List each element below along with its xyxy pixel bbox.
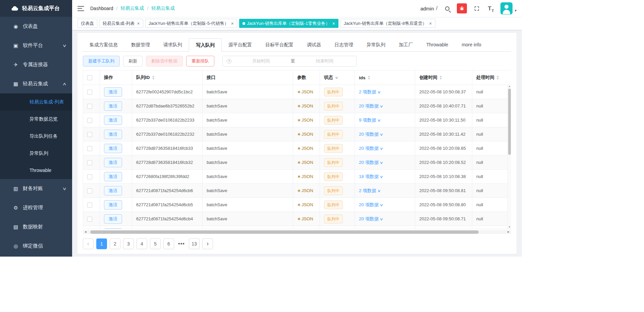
breadcrumb-item[interactable]: 轻易云集成 bbox=[120, 5, 144, 11]
close-icon[interactable]: × bbox=[332, 21, 335, 26]
end-time-placeholder[interactable]: 结束时间 bbox=[297, 58, 353, 64]
row-checkbox[interactable] bbox=[87, 146, 92, 151]
tab-chip[interactable]: JackYun-销售出库单（定制版-8售后退货）× bbox=[340, 19, 435, 28]
row-checkbox[interactable] bbox=[87, 104, 92, 109]
ids-expand-link[interactable]: 20 项数据∨ bbox=[359, 103, 383, 108]
ids-expand-link[interactable]: 20 项数据∨ bbox=[359, 132, 383, 137]
json-params-link[interactable]: ∗JSON bbox=[297, 188, 313, 193]
sidebar-subitem-abnormal-data-overview[interactable]: 异常数据总览 bbox=[0, 110, 72, 128]
sidebar-subitem-export-queue-tasks[interactable]: 导出队列任务 bbox=[0, 128, 72, 145]
refresh-button[interactable]: 刷新 bbox=[123, 56, 143, 66]
panel-tab[interactable]: 目标平台配置 bbox=[259, 38, 300, 51]
sidebar-item-connector[interactable]: ✈专属连接器 bbox=[0, 55, 72, 74]
menu-collapse-icon[interactable] bbox=[77, 6, 84, 11]
panel-tab[interactable]: 异常队列 bbox=[360, 38, 392, 51]
activate-button[interactable]: 激活 bbox=[104, 144, 122, 153]
panel-tab[interactable]: 集成方案信息 bbox=[83, 38, 124, 51]
select-all-checkbox[interactable] bbox=[87, 75, 92, 80]
ids-expand-link[interactable]: 20 项数据∨ bbox=[359, 202, 383, 207]
row-checkbox[interactable] bbox=[87, 160, 92, 165]
activate-button[interactable]: 激活 bbox=[104, 172, 122, 181]
page-button-13[interactable]: 13 bbox=[189, 238, 200, 249]
row-checkbox[interactable] bbox=[87, 118, 92, 123]
activate-button[interactable]: 激活 bbox=[104, 200, 122, 210]
panel-tab[interactable]: 日志管理 bbox=[328, 38, 360, 51]
sort-icon[interactable]: ▲▼ bbox=[439, 75, 442, 80]
sort-icon[interactable]: ▲▼ bbox=[152, 75, 155, 80]
scroll-down-arrow-icon[interactable]: ▼ bbox=[508, 225, 511, 229]
fullscreen-icon[interactable] bbox=[472, 4, 481, 13]
row-checkbox[interactable] bbox=[87, 132, 92, 137]
json-params-link[interactable]: ∗JSON bbox=[297, 216, 313, 221]
json-params-link[interactable]: ∗JSON bbox=[297, 160, 313, 165]
sidebar-subitem-abnormal-queue[interactable]: 异常队列 bbox=[0, 145, 72, 162]
json-params-link[interactable]: ∗JSON bbox=[297, 174, 313, 179]
activate-button[interactable]: 激活 bbox=[104, 130, 122, 139]
activate-button[interactable]: 激活 bbox=[104, 101, 122, 111]
horizontal-scroll-thumb[interactable] bbox=[90, 230, 479, 234]
start-time-placeholder[interactable]: 开始时间 bbox=[233, 58, 289, 64]
json-params-link[interactable]: ∗JSON bbox=[297, 103, 313, 108]
sidebar-item-software-platform[interactable]: ▣软件平台∨ bbox=[0, 36, 72, 55]
page-button-3[interactable]: 3 bbox=[123, 238, 134, 249]
json-params-link[interactable]: ∗JSON bbox=[297, 202, 313, 207]
sidebar-item-data-mapping[interactable]: ▧数据映射 bbox=[0, 217, 72, 236]
page-button-5[interactable]: 5 bbox=[150, 238, 161, 249]
filter-caret-icon[interactable]: ∨ bbox=[334, 76, 339, 80]
sort-icon[interactable]: ▲▼ bbox=[496, 75, 499, 80]
activate-button[interactable]: 激活 bbox=[104, 87, 122, 97]
page-button-2[interactable]: 2 bbox=[110, 238, 120, 249]
activate-button[interactable]: 激活 bbox=[104, 214, 122, 224]
row-checkbox[interactable] bbox=[87, 174, 92, 179]
json-params-link[interactable]: ∗JSON bbox=[297, 132, 313, 137]
prev-page-button[interactable]: ‹ bbox=[83, 238, 94, 249]
row-checkbox[interactable] bbox=[87, 90, 92, 95]
close-icon[interactable]: × bbox=[429, 21, 432, 26]
scroll-left-arrow-icon[interactable]: ◄ bbox=[83, 230, 88, 234]
activate-button[interactable]: 激活 bbox=[104, 158, 122, 167]
sidebar-item-finance-reconciliation[interactable]: ▥财务对账∨ bbox=[0, 179, 72, 198]
panel-tab[interactable]: 源平台配置 bbox=[222, 38, 259, 51]
ids-expand-link[interactable]: 18 项数据∨ bbox=[359, 174, 383, 179]
requeue-button[interactable]: 重新排队 bbox=[186, 56, 214, 66]
row-checkbox[interactable] bbox=[87, 217, 92, 222]
page-button-6[interactable]: 6 bbox=[163, 238, 174, 249]
tab-chip[interactable]: 轻易云集成-列表× bbox=[99, 19, 143, 28]
font-size-icon[interactable]: TT bbox=[486, 4, 495, 13]
horizontal-scroll-track[interactable] bbox=[88, 230, 506, 234]
scroll-up-arrow-icon[interactable]: ▲ bbox=[508, 85, 511, 88]
panel-tab[interactable]: 加工厂 bbox=[392, 38, 420, 51]
next-page-button[interactable]: › bbox=[202, 238, 213, 249]
page-button-1[interactable]: 1 bbox=[96, 238, 107, 249]
json-params-link[interactable]: ∗JSON bbox=[297, 118, 313, 123]
close-icon[interactable]: × bbox=[137, 21, 140, 26]
sidebar-subitem-throwable[interactable]: Throwable bbox=[0, 162, 72, 179]
ids-expand-link[interactable]: 20 项数据∨ bbox=[359, 146, 383, 151]
json-params-link[interactable]: ∗JSON bbox=[297, 89, 313, 94]
breadcrumb-item[interactable]: 轻易云集成 bbox=[151, 5, 175, 11]
ids-expand-link[interactable]: 2 项数据∨ bbox=[359, 89, 380, 94]
error-log-button[interactable] bbox=[457, 3, 467, 13]
tab-chip[interactable]: 仪表盘 bbox=[77, 19, 97, 28]
sidebar-subitem-integration-list[interactable]: 轻易云集成-列表 bbox=[0, 93, 72, 110]
close-icon[interactable]: × bbox=[231, 21, 234, 26]
vertical-scrollbar[interactable]: ▲ ▼ bbox=[507, 85, 511, 229]
avatar[interactable] bbox=[500, 2, 513, 14]
panel-tab[interactable]: more info bbox=[455, 38, 488, 51]
horizontal-scrollbar[interactable]: ◄ ► bbox=[83, 230, 511, 234]
user-menu-caret-icon[interactable]: ▾ bbox=[515, 8, 517, 13]
sidebar-item-process-management[interactable]: ⚙进程管理 bbox=[0, 198, 72, 217]
panel-tab[interactable]: 请求队列 bbox=[157, 38, 189, 51]
activate-button[interactable]: 激活 bbox=[104, 228, 122, 229]
panel-tab[interactable]: 数据管理 bbox=[124, 38, 157, 51]
date-range-picker[interactable]: 开始时间 至 结束时间 bbox=[222, 56, 357, 66]
sidebar-item-dashboard[interactable]: ◉仪表盘 bbox=[0, 17, 72, 36]
scroll-right-arrow-icon[interactable]: ► bbox=[506, 230, 511, 234]
page-ellipsis[interactable]: ••• bbox=[177, 241, 186, 247]
activate-button[interactable]: 激活 bbox=[104, 116, 122, 125]
ids-expand-link[interactable]: 20 项数据∨ bbox=[359, 216, 383, 221]
panel-tab[interactable]: 写入队列 bbox=[189, 38, 222, 52]
ids-expand-link[interactable]: 2 项数据∨ bbox=[359, 188, 380, 193]
search-icon[interactable] bbox=[443, 4, 451, 13]
sort-icon[interactable]: ▲▼ bbox=[368, 75, 370, 80]
